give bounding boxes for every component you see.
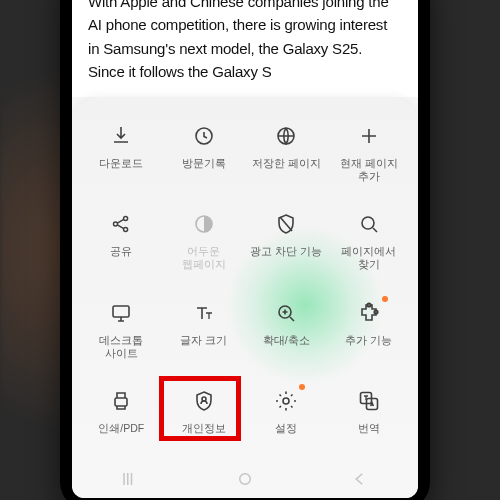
menu-item-label: 번역 (358, 422, 380, 435)
menu-item-label: 방문기록 (182, 157, 226, 170)
menu-item-label: 개인정보 (182, 422, 226, 435)
menu-item-label: 현재 페이지 추가 (340, 157, 398, 183)
menu-item-download[interactable]: 다운로드 (80, 117, 163, 187)
menu-item-label: 저장한 페이지 (252, 157, 321, 170)
menu-item-translate[interactable]: 번역 (328, 382, 411, 439)
menu-item-add-page[interactable]: 현재 페이지 추가 (328, 117, 411, 187)
menu-item-label: 어두운 웹페이지 (182, 245, 226, 271)
menu-item-find-in-page[interactable]: 페이지에서 찾기 (328, 205, 411, 275)
download-icon (106, 121, 136, 151)
phone-screen: With Apple and Chinese companies joining… (72, 0, 418, 498)
menu-item-history[interactable]: 방문기록 (163, 117, 246, 187)
print-pdf-icon (106, 386, 136, 416)
menu-item-label: 확대/축소 (263, 334, 310, 347)
nav-back-icon[interactable] (351, 470, 369, 488)
menu-item-text-size[interactable]: 글자 크기 (163, 294, 246, 364)
share-icon (106, 209, 136, 239)
menu-item-zoom[interactable]: 확대/축소 (245, 294, 328, 364)
menu-item-share[interactable]: 공유 (80, 205, 163, 275)
menu-item-saved-pages[interactable]: 저장한 페이지 (245, 117, 328, 187)
svg-rect-7 (113, 306, 129, 317)
menu-item-print-pdf[interactable]: 인쇄/PDF (80, 382, 163, 439)
menu-item-label: 공유 (110, 245, 132, 258)
svg-point-13 (283, 398, 289, 404)
menu-item-label: 페이지에서 찾기 (341, 245, 396, 271)
menu-item-label: 글자 크기 (180, 334, 227, 347)
android-navbar (72, 464, 418, 494)
translate-icon (354, 386, 384, 416)
history-icon (189, 121, 219, 151)
menu-item-label: 인쇄/PDF (98, 422, 144, 435)
svg-point-16 (240, 474, 251, 485)
tools-menu-sheet[interactable]: 다운로드방문기록저장한 페이지현재 페이지 추가공유어두운 웹페이지광고 차단 … (72, 97, 418, 498)
add-page-icon (354, 121, 384, 151)
zoom-icon (271, 298, 301, 328)
svg-point-6 (362, 217, 374, 229)
nav-recent-icon[interactable] (121, 470, 139, 488)
menu-item-label: 광고 차단 기능 (250, 245, 322, 258)
phone-frame: With Apple and Chinese companies joining… (60, 0, 430, 500)
menu-item-privacy[interactable]: 개인정보 (163, 382, 246, 439)
addons-icon (354, 298, 384, 328)
article-text: With Apple and Chinese companies joining… (88, 0, 389, 80)
saved-pages-icon (271, 121, 301, 151)
desktop-site-icon (106, 298, 136, 328)
dark-mode-icon (189, 209, 219, 239)
menu-item-addons[interactable]: 추가 기능 (328, 294, 411, 364)
menu-item-label: 데스크톱 사이트 (99, 334, 143, 360)
menu-item-desktop-site[interactable]: 데스크톱 사이트 (80, 294, 163, 364)
svg-point-2 (114, 222, 118, 226)
menu-item-label: 설정 (275, 422, 297, 435)
tools-grid: 다운로드방문기록저장한 페이지현재 페이지 추가공유어두운 웹페이지광고 차단 … (80, 117, 410, 439)
menu-item-settings[interactable]: 설정 (245, 382, 328, 439)
notification-dot (299, 384, 305, 390)
menu-item-label: 추가 기능 (345, 334, 392, 347)
notification-dot (382, 296, 388, 302)
svg-rect-11 (115, 398, 127, 406)
ad-block-icon (271, 209, 301, 239)
menu-item-label: 다운로드 (99, 157, 143, 170)
menu-item-dark-mode[interactable]: 어두운 웹페이지 (163, 205, 246, 275)
text-size-icon (189, 298, 219, 328)
nav-home-icon[interactable] (236, 470, 254, 488)
article-preview: With Apple and Chinese companies joining… (72, 0, 418, 97)
menu-item-ad-block[interactable]: 광고 차단 기능 (245, 205, 328, 275)
settings-icon (271, 386, 301, 416)
find-in-page-icon (354, 209, 384, 239)
svg-point-4 (124, 228, 128, 232)
privacy-icon (189, 386, 219, 416)
svg-point-3 (124, 217, 128, 221)
